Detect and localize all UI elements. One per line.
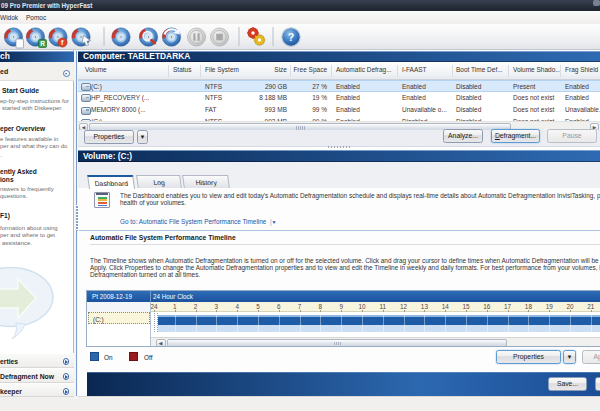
svg-text:R: R: [40, 40, 45, 47]
svg-text:?: ?: [288, 31, 294, 43]
